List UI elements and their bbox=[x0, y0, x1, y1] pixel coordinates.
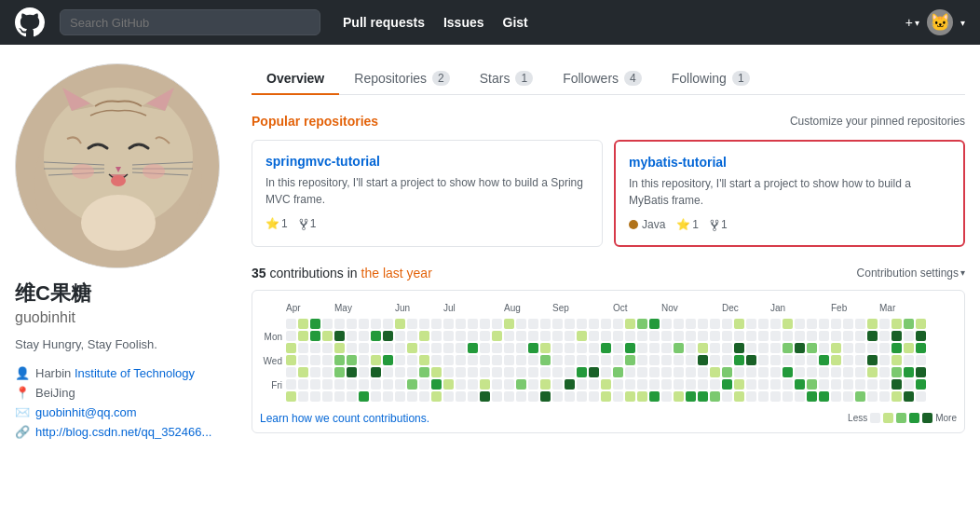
svg-rect-107 bbox=[407, 379, 417, 390]
svg-rect-143 bbox=[468, 391, 478, 402]
sidebar: 维C果糖 guobinhit Stay Hungry, Stay Foolish… bbox=[15, 63, 229, 487]
svg-rect-178 bbox=[528, 391, 538, 402]
svg-text:Mar: Mar bbox=[879, 303, 896, 313]
svg-rect-324 bbox=[783, 379, 793, 390]
tab-repositories[interactable]: Repositories 2 bbox=[339, 63, 465, 95]
svg-text:Wed: Wed bbox=[264, 356, 282, 366]
svg-rect-224 bbox=[613, 355, 623, 365]
star-count-mybatis: 1 bbox=[692, 218, 699, 231]
tab-stars[interactable]: Stars 1 bbox=[465, 63, 548, 95]
svg-rect-365 bbox=[855, 367, 865, 377]
tab-followers[interactable]: Followers 4 bbox=[548, 63, 657, 95]
svg-rect-281 bbox=[710, 367, 720, 377]
svg-rect-65 bbox=[334, 379, 345, 390]
svg-rect-183 bbox=[540, 367, 551, 377]
svg-rect-78 bbox=[359, 367, 369, 377]
tab-overview[interactable]: Overview bbox=[252, 63, 339, 95]
repo-card-desc-springmvc: In this repository, I'll start a project… bbox=[265, 174, 589, 208]
svg-rect-249 bbox=[661, 319, 672, 329]
svg-rect-194 bbox=[565, 331, 575, 341]
svg-rect-349 bbox=[831, 343, 841, 353]
website-link[interactable]: http://blog.csdn.net/qq_352466... bbox=[35, 425, 211, 439]
svg-rect-182 bbox=[540, 355, 551, 365]
svg-rect-267 bbox=[686, 367, 696, 377]
svg-text:Sep: Sep bbox=[552, 303, 569, 313]
svg-rect-119 bbox=[431, 355, 442, 365]
tab-following-label: Following bbox=[672, 71, 727, 86]
popular-repos-title: Popular repositories bbox=[252, 114, 378, 129]
contributions-title: 35 contributions in the last year bbox=[252, 266, 432, 280]
organization-link3[interactable]: Technology bbox=[133, 366, 195, 380]
svg-rect-303 bbox=[746, 379, 756, 390]
star-count-springmvc: 1 bbox=[281, 217, 288, 230]
organization-link2[interactable]: of bbox=[120, 366, 130, 380]
svg-rect-113 bbox=[419, 367, 429, 377]
svg-rect-302 bbox=[746, 367, 756, 377]
svg-rect-181 bbox=[540, 343, 551, 353]
svg-rect-197 bbox=[565, 367, 575, 377]
svg-rect-342 bbox=[819, 343, 829, 353]
svg-rect-168 bbox=[516, 355, 526, 365]
repo-stars-mybatis: ⭐ 1 bbox=[676, 218, 699, 231]
svg-rect-221 bbox=[613, 319, 623, 329]
svg-rect-354 bbox=[843, 319, 853, 329]
customize-repos-action[interactable]: Customize your pinned repositories bbox=[790, 115, 965, 128]
issues-link[interactable]: Issues bbox=[443, 15, 484, 30]
profile-meta: 👤 Harbin Institute of Technology 📍 BeiJi… bbox=[15, 366, 229, 439]
svg-rect-156 bbox=[492, 379, 502, 390]
svg-rect-76 bbox=[359, 343, 369, 353]
new-item-button[interactable]: + ▾ bbox=[905, 15, 919, 30]
svg-rect-82 bbox=[371, 331, 381, 341]
pull-requests-link[interactable]: Pull requests bbox=[343, 15, 425, 30]
svg-rect-269 bbox=[686, 391, 696, 402]
svg-rect-250 bbox=[661, 331, 672, 341]
email-link[interactable]: guobinhit@qq.com bbox=[35, 405, 137, 419]
popular-repos-header: Popular repositories Customize your pinn… bbox=[252, 114, 965, 129]
svg-rect-316 bbox=[770, 367, 781, 377]
svg-rect-85 bbox=[371, 367, 381, 377]
repo-card-name-mybatis[interactable]: mybatis-tutorial bbox=[629, 155, 950, 170]
svg-rect-360 bbox=[843, 391, 853, 402]
learn-contributions-link[interactable]: Learn how we count contributions. bbox=[260, 412, 429, 425]
svg-rect-400 bbox=[916, 367, 926, 377]
contribution-settings-button[interactable]: Contribution settings ▾ bbox=[857, 267, 965, 280]
svg-rect-225 bbox=[613, 367, 623, 377]
svg-rect-299 bbox=[746, 331, 756, 341]
svg-rect-68 bbox=[347, 331, 357, 341]
svg-rect-95 bbox=[395, 319, 405, 329]
tab-following[interactable]: Following 1 bbox=[657, 63, 765, 95]
search-input[interactable] bbox=[60, 9, 320, 35]
organization-link[interactable]: Institute bbox=[75, 366, 117, 380]
svg-rect-220 bbox=[601, 391, 611, 402]
profile-tabs: Overview Repositories 2 Stars 1 Follower… bbox=[252, 63, 965, 95]
svg-rect-233 bbox=[625, 379, 635, 390]
svg-rect-341 bbox=[819, 331, 829, 341]
svg-rect-112 bbox=[419, 355, 429, 365]
svg-rect-179 bbox=[540, 319, 551, 329]
user-avatar-button[interactable]: 🐱 bbox=[927, 9, 953, 35]
svg-rect-190 bbox=[552, 367, 563, 377]
svg-rect-248 bbox=[649, 391, 660, 402]
legend-more-label: More bbox=[935, 413, 957, 423]
svg-rect-125 bbox=[443, 343, 454, 353]
svg-rect-40 bbox=[298, 331, 308, 341]
gist-link[interactable]: Gist bbox=[503, 15, 528, 30]
svg-text:Nov: Nov bbox=[661, 303, 678, 313]
profile-name: 维C果糖 bbox=[15, 280, 229, 308]
svg-rect-133 bbox=[456, 355, 466, 365]
svg-rect-257 bbox=[674, 331, 684, 341]
svg-text:Dec: Dec bbox=[722, 303, 739, 313]
svg-rect-396 bbox=[916, 319, 926, 329]
svg-rect-174 bbox=[528, 343, 538, 353]
svg-rect-202 bbox=[577, 343, 587, 353]
svg-rect-144 bbox=[480, 319, 490, 329]
svg-rect-381 bbox=[879, 391, 890, 402]
repo-card-name-springmvc[interactable]: springmvc-tutorial bbox=[265, 154, 589, 169]
profile-tagline: Stay Hungry, Stay Foolish. bbox=[15, 337, 229, 351]
svg-rect-255 bbox=[661, 391, 672, 402]
svg-rect-137 bbox=[468, 319, 478, 329]
svg-rect-158 bbox=[504, 319, 514, 329]
svg-rect-227 bbox=[613, 391, 623, 402]
svg-rect-286 bbox=[722, 343, 732, 353]
svg-rect-325 bbox=[783, 391, 793, 402]
